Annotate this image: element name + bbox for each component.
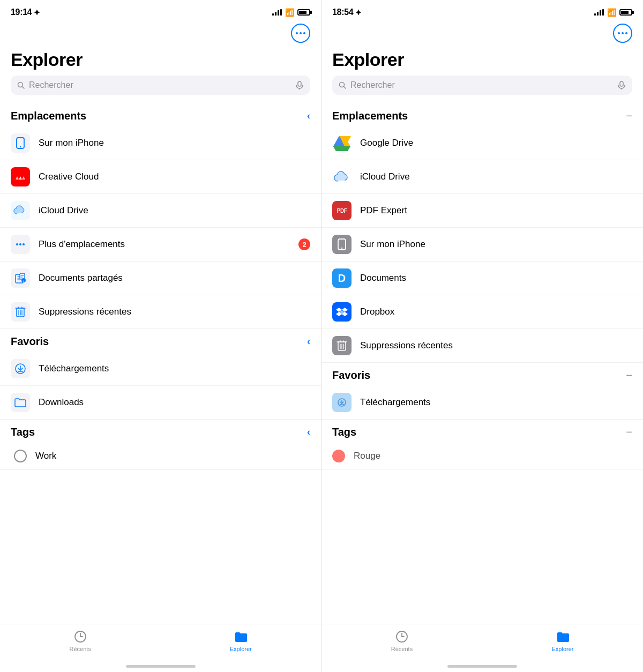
right-recents-icon [395, 630, 409, 644]
right-tab-recents[interactable]: Récents [322, 630, 482, 652]
left-tags-header[interactable]: Tags ‹ [0, 420, 321, 443]
svg-line-1 [23, 87, 25, 89]
left-phone-panel: 19:14 📶 Expl [0, 0, 322, 672]
right-status-time: 18:54 [332, 8, 353, 17]
left-label-creative-cloud: Creative Cloud [39, 171, 310, 182]
left-downloads-icon [11, 359, 30, 378]
right-status-bar: 18:54 📶 [322, 0, 643, 20]
right-trash-icon [332, 336, 352, 355]
right-item-rouge[interactable]: Rouge [322, 443, 643, 470]
left-recents-icon [73, 630, 87, 644]
right-signal [594, 9, 604, 16]
left-status-icons: 📶 [272, 8, 310, 17]
left-tab-recents-label: Récents [70, 646, 91, 652]
right-tab-recents-label: Récents [391, 646, 413, 652]
left-tags-title: Tags [11, 426, 35, 438]
right-pdf-expert-icon: PDF [332, 201, 352, 220]
left-mic-icon [295, 81, 304, 89]
right-tags-chevron: − [626, 426, 632, 438]
left-work-circle-icon [14, 450, 27, 462]
svg-rect-6 [19, 138, 22, 139]
right-tele-icon [332, 393, 352, 412]
right-item-pdf-expert[interactable]: PDF PDF Expert [322, 194, 643, 228]
right-label-icloud-drive: iCloud Drive [360, 171, 632, 182]
right-more-button[interactable] [613, 24, 632, 43]
left-item-downloads[interactable]: Downloads [0, 386, 321, 420]
left-favoris-chevron: ‹ [307, 336, 310, 347]
left-favoris-header[interactable]: Favoris ‹ [0, 329, 321, 352]
right-gdrive-icon [332, 133, 352, 153]
left-item-telechargements[interactable]: Téléchargements [0, 352, 321, 386]
right-search-icon [339, 81, 346, 89]
right-search-placeholder: Rechercher [350, 80, 613, 90]
left-label-telechargements: Téléchargements [39, 363, 310, 374]
right-item-suppressions[interactable]: Suppressions récentes [322, 329, 643, 363]
right-tags-header[interactable]: Tags − [322, 420, 643, 443]
left-label-work: Work [35, 451, 310, 461]
svg-point-31 [341, 248, 342, 249]
right-rouge-dot [332, 450, 345, 462]
right-tags-title: Tags [332, 426, 356, 438]
left-label-documents-partages: Documents partagés [39, 273, 310, 283]
left-content: Emplacements ‹ Sur mon iPhone [0, 103, 321, 624]
right-item-dropbox[interactable]: Dropbox [322, 295, 643, 329]
left-label-plus-emplacements: Plus d'emplacements [39, 239, 290, 250]
left-search-bar[interactable]: Rechercher [11, 76, 310, 95]
svg-text:+: + [23, 279, 25, 282]
left-emplacements-header[interactable]: Emplacements ‹ [0, 103, 321, 126]
left-icloud-icon [11, 201, 30, 220]
right-label-google-drive: Google Drive [360, 138, 632, 148]
location-icon [34, 9, 40, 16]
right-label-documents: Documents [360, 273, 632, 283]
left-emplacements-chevron: ‹ [307, 110, 310, 122]
right-item-telechargements[interactable]: Téléchargements [322, 386, 643, 420]
right-item-google-drive[interactable]: Google Drive [322, 126, 643, 160]
right-tab-explorer-label: Explorer [552, 646, 574, 652]
left-tab-recents[interactable]: Récents [0, 630, 161, 652]
right-search-bar[interactable]: Rechercher [332, 76, 632, 95]
left-tab-explorer[interactable]: Explorer [161, 630, 322, 652]
right-location-icon [355, 9, 362, 16]
left-item-sur-mon-iphone[interactable]: Sur mon iPhone [0, 126, 321, 160]
left-favoris-title: Favoris [11, 335, 49, 348]
right-label-telechargements: Téléchargements [360, 397, 632, 408]
left-tags-chevron: ‹ [307, 427, 310, 438]
left-item-creative-cloud[interactable]: Creative Cloud [0, 160, 321, 194]
left-item-documents-partages[interactable]: + Documents partagés [0, 262, 321, 295]
right-iphone-icon [332, 235, 352, 254]
left-more-button-container [0, 20, 321, 45]
right-home-indicator [447, 665, 517, 668]
left-item-plus-emplacements[interactable]: Plus d'emplacements 2 [0, 228, 321, 262]
left-battery-icon [297, 9, 310, 16]
left-item-icloud-drive[interactable]: iCloud Drive [0, 194, 321, 228]
right-emplacements-title: Emplacements [332, 110, 408, 122]
left-emplacements-title: Emplacements [11, 110, 86, 122]
right-wifi-icon: 📶 [607, 8, 616, 17]
left-label-icloud-drive: iCloud Drive [39, 205, 310, 216]
left-more-button[interactable] [291, 24, 310, 43]
svg-point-5 [20, 146, 21, 147]
svg-rect-2 [298, 81, 301, 86]
left-page-title: Explorer [0, 45, 321, 76]
left-iphone-icon [11, 133, 30, 153]
right-item-icloud-drive[interactable]: iCloud Drive [322, 160, 643, 194]
right-icloud-icon [332, 167, 352, 186]
right-favoris-header[interactable]: Favoris − [322, 363, 643, 386]
right-phone-panel: 18:54 📶 Expl [322, 0, 643, 672]
right-status-icons: 📶 [594, 8, 632, 17]
left-label-suppressions: Suppressions récentes [39, 307, 310, 317]
right-label-pdf-expert: PDF Expert [360, 205, 632, 216]
left-explorer-icon [234, 630, 248, 644]
right-favoris-chevron: − [626, 369, 632, 382]
left-home-indicator [126, 665, 196, 668]
right-emplacements-header[interactable]: Emplacements − [322, 103, 643, 126]
svg-rect-25 [620, 81, 623, 86]
right-item-sur-mon-iphone[interactable]: Sur mon iPhone [322, 228, 643, 262]
right-item-documents[interactable]: D Documents [322, 262, 643, 295]
right-tab-explorer[interactable]: Explorer [482, 630, 643, 652]
left-item-work[interactable]: Work [0, 443, 321, 470]
left-item-suppressions[interactable]: Suppressions récentes [0, 295, 321, 329]
left-search-placeholder: Rechercher [29, 80, 291, 90]
left-badge-plus-emplacements: 2 [298, 238, 310, 250]
left-folder-icon [11, 393, 30, 412]
